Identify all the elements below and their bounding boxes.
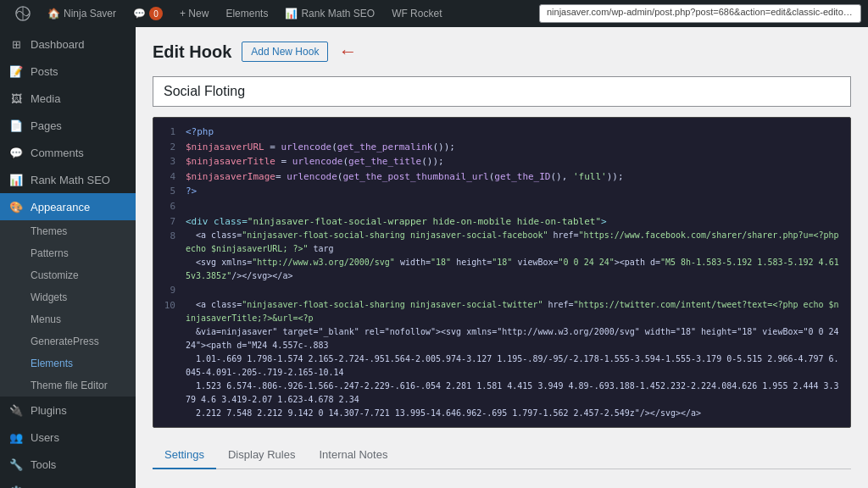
code-line-4: 4 $ninjasaverImage= urlencode(get_the_po… — [160, 169, 843, 185]
pages-icon: 📄 — [8, 118, 24, 133]
sidebar-item-pages[interactable]: 📄 Pages — [0, 112, 136, 139]
posts-icon: 📝 — [8, 64, 24, 79]
sidebar-posts-label: Posts — [31, 65, 58, 78]
ninja-saver-home-icon: 🏠 — [47, 8, 60, 19]
code-line-8: 8 <a class="ninjasaver-float-social-shar… — [160, 229, 843, 283]
sidebar-media-label: Media — [31, 92, 60, 105]
sidebar-users-label: Users — [31, 431, 59, 444]
code-line-6: 6 — [160, 199, 843, 214]
elements-bar[interactable]: Elements — [217, 0, 276, 27]
wf-rocket-bar[interactable]: WF Rocket — [383, 0, 450, 27]
url-bar[interactable]: ninjasaver.com/wp-admin/post.php?post=68… — [539, 4, 861, 23]
sidebar-item-settings[interactable]: ⚙️ Settings — [0, 478, 136, 488]
sidebar-appearance-label: Appearance — [31, 201, 90, 214]
dashboard-icon: ⊞ — [8, 36, 24, 52]
new-label: + New — [180, 8, 209, 19]
code-line-1: 1 <?php — [160, 125, 843, 140]
hook-field-row: Hook → — [153, 483, 851, 488]
hook-name-input[interactable]: Social Floting — [153, 76, 851, 107]
code-line-10: 10 <a class="ninjasaver-float-social-sha… — [160, 298, 843, 420]
tabs-bar: Settings Display Rules Internal Notes — [153, 441, 851, 469]
new-item-bar[interactable]: + New — [171, 0, 217, 27]
code-line-5: 5 ?> — [160, 184, 843, 199]
code-line-9: 9 — [160, 283, 843, 298]
sidebar-dashboard-label: Dashboard — [31, 38, 85, 51]
settings-icon: ⚙️ — [8, 484, 24, 488]
sidebar-sub-menus[interactable]: Menus — [0, 308, 136, 330]
tools-icon: 🔧 — [8, 457, 24, 472]
sidebar-sub-themes[interactable]: Themes — [0, 220, 136, 242]
content-area: Edit Hook Add New Hook ← Social Floting … — [136, 27, 868, 488]
appearance-sub-list: Themes Patterns Customize Widgets Menus … — [0, 220, 136, 396]
site-name-label: Ninja Saver — [64, 8, 116, 19]
tab-settings[interactable]: Settings — [153, 441, 216, 469]
tab-display-rules[interactable]: Display Rules — [216, 441, 307, 469]
sidebar-comments-label: Comments — [31, 147, 84, 159]
code-editor[interactable]: 1 <?php 2 $ninjasaverURL = urlencode(get… — [153, 117, 851, 428]
sidebar-menu: ⊞ Dashboard 📝 Posts 🖼 Media 📄 Pages 💬 Co… — [0, 27, 136, 488]
rank-math-label: Rank Math SEO — [301, 8, 375, 19]
sidebar-item-users[interactable]: 👥 Users — [0, 424, 136, 451]
add-new-hook-button[interactable]: Add New Hook — [242, 42, 328, 62]
page-header: Edit Hook Add New Hook ← — [153, 41, 851, 63]
sidebar-settings-label: Settings — [31, 485, 70, 489]
rank-math-bar[interactable]: 📊 Rank Math SEO — [276, 0, 383, 27]
users-icon: 👥 — [8, 430, 24, 445]
tab-internal-notes[interactable]: Internal Notes — [307, 441, 399, 469]
sidebar-plugins-label: Plugins — [31, 404, 67, 417]
code-line-3: 3 $ninjasaverTitle = urlencode(get_the_t… — [160, 154, 843, 169]
sidebar-item-media[interactable]: 🖼 Media — [0, 85, 136, 112]
wf-rocket-label: WF Rocket — [392, 8, 442, 19]
main-layout: ⊞ Dashboard 📝 Posts 🖼 Media 📄 Pages 💬 Co… — [0, 27, 868, 488]
site-name-bar[interactable]: 🏠 Ninja Saver — [39, 0, 125, 27]
sidebar-tools-label: Tools — [31, 458, 56, 471]
sidebar-pages-label: Pages — [31, 119, 62, 132]
sidebar-rankmath-label: Rank Math SEO — [31, 174, 110, 186]
sidebar-item-dashboard[interactable]: ⊞ Dashboard — [0, 30, 136, 58]
comments-bar[interactable]: 💬 0 — [125, 0, 171, 27]
sidebar-item-tools[interactable]: 🔧 Tools — [0, 451, 136, 478]
comment-count-badge: 0 — [149, 7, 163, 20]
code-line-2: 2 $ninjasaverURL = urlencode(get_the_per… — [160, 140, 843, 155]
sidebar-sub-theme-file-editor[interactable]: Theme file Editor — [0, 374, 136, 396]
sidebar-item-posts[interactable]: 📝 Posts — [0, 58, 136, 85]
rank-math-sidebar-icon: 📊 — [8, 172, 24, 187]
sidebar-item-plugins[interactable]: 🔌 Plugins — [0, 396, 136, 424]
appearance-icon: 🎨 — [8, 199, 24, 214]
sidebar-sub-patterns[interactable]: Patterns — [0, 242, 136, 264]
sidebar-item-rank-math[interactable]: 📊 Rank Math SEO — [0, 166, 136, 193]
plugins-icon: 🔌 — [8, 402, 24, 418]
sidebar-sub-widgets[interactable]: Widgets — [0, 286, 136, 308]
add-new-arrow-indicator: ← — [338, 41, 357, 63]
comments-icon: 💬 — [8, 145, 24, 160]
comment-icon: 💬 — [133, 8, 146, 19]
elements-label: Elements — [225, 8, 268, 19]
sidebar-sub-elements[interactable]: Elements — [0, 352, 136, 374]
page-title: Edit Hook — [153, 42, 231, 62]
sidebar: ⊞ Dashboard 📝 Posts 🖼 Media 📄 Pages 💬 Co… — [0, 27, 136, 488]
admin-bar: 🏠 Ninja Saver 💬 0 + New Elements 📊 Rank … — [0, 0, 868, 27]
wp-logo-bar[interactable] — [7, 0, 39, 27]
sidebar-item-comments[interactable]: 💬 Comments — [0, 139, 136, 166]
sidebar-item-appearance[interactable]: 🎨 Appearance — [0, 193, 136, 220]
appearance-submenu: Themes Patterns Customize Widgets Menus … — [0, 220, 136, 396]
rank-math-icon: 📊 — [285, 8, 298, 19]
sidebar-sub-generatepress[interactable]: GeneratePress — [0, 330, 136, 352]
code-line-7: 7 <div class="ninjasaver-float-social-wr… — [160, 214, 843, 230]
media-icon: 🖼 — [8, 91, 24, 106]
sidebar-sub-customize[interactable]: Customize — [0, 264, 136, 286]
